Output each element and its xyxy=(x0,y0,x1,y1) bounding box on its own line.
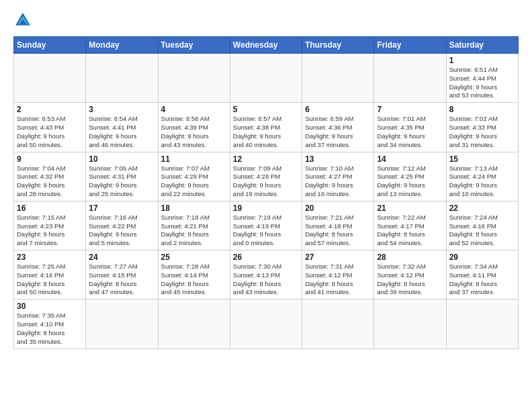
day-number: 22 xyxy=(449,203,515,213)
weekday-header-friday: Friday xyxy=(374,37,446,54)
day-number: 11 xyxy=(161,154,227,164)
calendar-row: 30Sunrise: 7:35 AM Sunset: 4:10 PM Dayli… xyxy=(14,300,519,349)
calendar-cell: 10Sunrise: 7:05 AM Sunset: 4:31 PM Dayli… xyxy=(86,152,158,201)
day-info: Sunrise: 6:51 AM Sunset: 4:44 PM Dayligh… xyxy=(449,66,515,100)
day-info: Sunrise: 6:56 AM Sunset: 4:39 PM Dayligh… xyxy=(161,115,227,149)
calendar-cell: 15Sunrise: 7:13 AM Sunset: 4:24 PM Dayli… xyxy=(446,152,518,201)
day-info: Sunrise: 7:32 AM Sunset: 4:12 PM Dayligh… xyxy=(377,263,443,297)
day-number: 8 xyxy=(449,105,515,114)
day-info: Sunrise: 7:02 AM Sunset: 4:33 PM Dayligh… xyxy=(449,115,515,149)
day-info: Sunrise: 7:10 AM Sunset: 4:27 PM Dayligh… xyxy=(305,165,371,199)
calendar-cell xyxy=(230,300,302,349)
calendar-cell: 29Sunrise: 7:34 AM Sunset: 4:11 PM Dayli… xyxy=(446,250,518,300)
calendar-cell xyxy=(446,300,518,349)
calendar-cell: 3Sunrise: 6:54 AM Sunset: 4:41 PM Daylig… xyxy=(86,103,158,152)
day-info: Sunrise: 7:34 AM Sunset: 4:11 PM Dayligh… xyxy=(449,263,515,297)
calendar-cell: 2Sunrise: 6:53 AM Sunset: 4:43 PM Daylig… xyxy=(14,103,86,152)
calendar-cell: 25Sunrise: 7:28 AM Sunset: 4:14 PM Dayli… xyxy=(158,250,230,300)
calendar-cell: 18Sunrise: 7:18 AM Sunset: 4:21 PM Dayli… xyxy=(158,201,230,250)
weekday-header-thursday: Thursday xyxy=(302,37,374,54)
calendar-row: 1Sunrise: 6:51 AM Sunset: 4:44 PM Daylig… xyxy=(14,54,519,103)
day-number: 15 xyxy=(449,154,515,164)
day-info: Sunrise: 7:13 AM Sunset: 4:24 PM Dayligh… xyxy=(449,165,515,199)
calendar-cell: 12Sunrise: 7:09 AM Sunset: 4:28 PM Dayli… xyxy=(230,152,302,201)
day-number: 21 xyxy=(377,203,443,213)
day-info: Sunrise: 7:27 AM Sunset: 4:15 PM Dayligh… xyxy=(89,263,154,297)
day-info: Sunrise: 7:35 AM Sunset: 4:10 PM Dayligh… xyxy=(17,312,83,346)
calendar-cell xyxy=(86,54,158,103)
calendar-cell: 23Sunrise: 7:25 AM Sunset: 4:16 PM Dayli… xyxy=(14,250,86,300)
day-info: Sunrise: 7:09 AM Sunset: 4:28 PM Dayligh… xyxy=(233,165,299,199)
day-number: 25 xyxy=(161,253,227,262)
day-number: 7 xyxy=(377,105,443,114)
day-info: Sunrise: 7:12 AM Sunset: 4:25 PM Dayligh… xyxy=(377,165,443,199)
calendar-cell: 26Sunrise: 7:30 AM Sunset: 4:13 PM Dayli… xyxy=(230,250,302,300)
calendar-cell xyxy=(374,300,446,349)
calendar-cell: 13Sunrise: 7:10 AM Sunset: 4:27 PM Dayli… xyxy=(302,152,374,201)
calendar-row: 16Sunrise: 7:15 AM Sunset: 4:23 PM Dayli… xyxy=(14,201,519,250)
page: SundayMondayTuesdayWednesdayThursdayFrid… xyxy=(0,0,532,411)
day-info: Sunrise: 6:54 AM Sunset: 4:41 PM Dayligh… xyxy=(89,115,154,149)
day-number: 13 xyxy=(305,154,371,164)
day-number: 23 xyxy=(17,253,83,262)
calendar-cell xyxy=(374,54,446,103)
day-number: 29 xyxy=(449,253,515,262)
day-number: 30 xyxy=(17,302,83,311)
day-info: Sunrise: 7:22 AM Sunset: 4:17 PM Dayligh… xyxy=(377,214,443,248)
day-number: 16 xyxy=(17,203,83,213)
weekday-header-row: SundayMondayTuesdayWednesdayThursdayFrid… xyxy=(14,37,519,54)
day-info: Sunrise: 6:53 AM Sunset: 4:43 PM Dayligh… xyxy=(17,115,83,149)
day-number: 27 xyxy=(305,253,371,262)
calendar-cell: 28Sunrise: 7:32 AM Sunset: 4:12 PM Dayli… xyxy=(374,250,446,300)
day-info: Sunrise: 7:25 AM Sunset: 4:16 PM Dayligh… xyxy=(17,263,83,297)
day-info: Sunrise: 6:59 AM Sunset: 4:36 PM Dayligh… xyxy=(305,115,371,149)
weekday-header-wednesday: Wednesday xyxy=(230,37,302,54)
day-number: 12 xyxy=(233,154,299,164)
header xyxy=(13,11,519,30)
day-info: Sunrise: 7:01 AM Sunset: 4:35 PM Dayligh… xyxy=(377,115,443,149)
day-number: 19 xyxy=(233,203,299,213)
day-number: 14 xyxy=(377,154,443,164)
calendar-cell xyxy=(302,54,374,103)
calendar-cell xyxy=(302,300,374,349)
day-info: Sunrise: 6:57 AM Sunset: 4:38 PM Dayligh… xyxy=(233,115,299,149)
calendar-cell: 16Sunrise: 7:15 AM Sunset: 4:23 PM Dayli… xyxy=(14,201,86,250)
calendar-cell: 14Sunrise: 7:12 AM Sunset: 4:25 PM Dayli… xyxy=(374,152,446,201)
calendar-cell: 27Sunrise: 7:31 AM Sunset: 4:12 PM Dayli… xyxy=(302,250,374,300)
calendar-cell xyxy=(230,54,302,103)
day-number: 3 xyxy=(89,105,154,114)
calendar-cell: 11Sunrise: 7:07 AM Sunset: 4:29 PM Dayli… xyxy=(158,152,230,201)
day-number: 26 xyxy=(233,253,299,262)
day-info: Sunrise: 7:07 AM Sunset: 4:29 PM Dayligh… xyxy=(161,165,227,199)
day-info: Sunrise: 7:31 AM Sunset: 4:12 PM Dayligh… xyxy=(305,263,371,297)
calendar-cell: 24Sunrise: 7:27 AM Sunset: 4:15 PM Dayli… xyxy=(86,250,158,300)
day-info: Sunrise: 7:28 AM Sunset: 4:14 PM Dayligh… xyxy=(161,263,227,297)
day-info: Sunrise: 7:21 AM Sunset: 4:18 PM Dayligh… xyxy=(305,214,371,248)
day-number: 28 xyxy=(377,253,443,262)
day-number: 9 xyxy=(17,154,83,164)
calendar-table: SundayMondayTuesdayWednesdayThursdayFrid… xyxy=(13,36,519,349)
calendar-cell: 30Sunrise: 7:35 AM Sunset: 4:10 PM Dayli… xyxy=(14,300,86,349)
calendar-cell: 17Sunrise: 7:16 AM Sunset: 4:22 PM Dayli… xyxy=(86,201,158,250)
calendar-cell: 6Sunrise: 6:59 AM Sunset: 4:36 PM Daylig… xyxy=(302,103,374,152)
calendar-row: 23Sunrise: 7:25 AM Sunset: 4:16 PM Dayli… xyxy=(14,250,519,300)
logo xyxy=(13,11,35,30)
calendar-cell xyxy=(158,54,230,103)
day-info: Sunrise: 7:15 AM Sunset: 4:23 PM Dayligh… xyxy=(17,214,83,248)
calendar-cell: 21Sunrise: 7:22 AM Sunset: 4:17 PM Dayli… xyxy=(374,201,446,250)
day-info: Sunrise: 7:18 AM Sunset: 4:21 PM Dayligh… xyxy=(161,214,227,248)
day-info: Sunrise: 7:19 AM Sunset: 4:19 PM Dayligh… xyxy=(233,214,299,248)
calendar-cell: 7Sunrise: 7:01 AM Sunset: 4:35 PM Daylig… xyxy=(374,103,446,152)
day-number: 18 xyxy=(161,203,227,213)
calendar-row: 2Sunrise: 6:53 AM Sunset: 4:43 PM Daylig… xyxy=(14,103,519,152)
calendar-cell: 20Sunrise: 7:21 AM Sunset: 4:18 PM Dayli… xyxy=(302,201,374,250)
day-info: Sunrise: 7:24 AM Sunset: 4:16 PM Dayligh… xyxy=(449,214,515,248)
day-number: 1 xyxy=(449,56,515,65)
calendar-cell: 8Sunrise: 7:02 AM Sunset: 4:33 PM Daylig… xyxy=(446,103,518,152)
calendar-cell: 9Sunrise: 7:04 AM Sunset: 4:32 PM Daylig… xyxy=(14,152,86,201)
day-number: 10 xyxy=(89,154,154,164)
day-number: 2 xyxy=(17,105,83,114)
weekday-header-tuesday: Tuesday xyxy=(158,37,230,54)
calendar-cell xyxy=(86,300,158,349)
day-info: Sunrise: 7:05 AM Sunset: 4:31 PM Dayligh… xyxy=(89,165,154,199)
